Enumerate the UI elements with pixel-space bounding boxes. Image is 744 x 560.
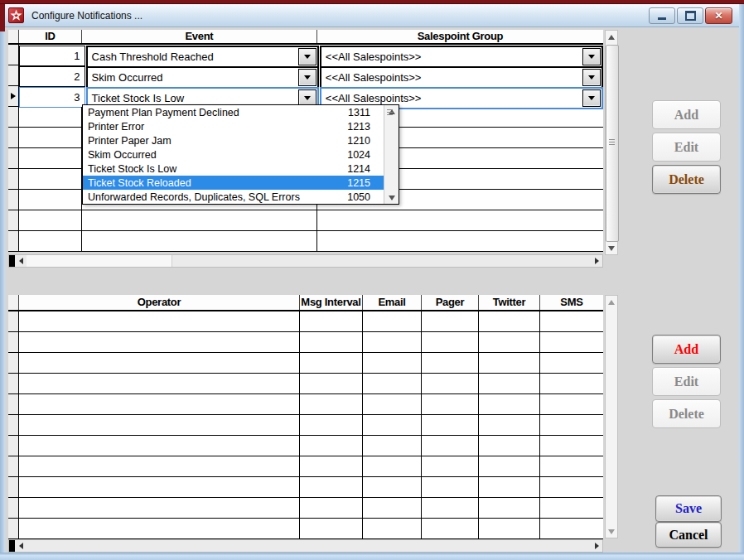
row-selector-cell[interactable] [8, 231, 19, 252]
row-selector-cell[interactable] [8, 86, 19, 107]
event-combobox[interactable]: Skim Occurred [86, 66, 319, 89]
event-dropdown-vscrollbar[interactable] [384, 105, 399, 204]
row-selector-cell[interactable] [8, 436, 19, 456]
operator-delete-button[interactable]: Delete [652, 399, 721, 428]
scroll-grip-icon [387, 109, 393, 117]
chevron-down-icon [304, 55, 311, 59]
operator-empty-row [8, 394, 603, 415]
operators-hscrollbar[interactable] [8, 539, 603, 553]
operator-empty-row [8, 353, 603, 374]
salespoint-combobox-value: <<All Salespoints>> [321, 92, 582, 104]
row-selector-cell[interactable] [8, 65, 19, 86]
scroll-grip-icon [609, 139, 615, 147]
scroll-up-icon[interactable] [606, 31, 617, 43]
row-selector-cell[interactable] [8, 332, 19, 353]
scroll-down-icon[interactable] [606, 525, 617, 538]
event-dropdown-item[interactable]: Ticket Stock Reloaded1215 [83, 176, 385, 190]
row-selector-cell[interactable] [8, 394, 19, 415]
save-button[interactable]: Save [655, 495, 722, 522]
empty-cell [422, 477, 479, 498]
empty-cell [300, 456, 363, 477]
row-selector-cell[interactable] [8, 353, 19, 374]
scroll-down-icon[interactable] [384, 191, 399, 204]
maximize-button[interactable] [677, 7, 703, 24]
row-selector-cell[interactable] [8, 190, 19, 210]
operator-add-button[interactable]: Add [652, 335, 721, 364]
notification-add-button[interactable]: Add [652, 100, 721, 129]
empty-cell [540, 498, 603, 519]
salespoint-combobox-value: <<All Salespoints>> [321, 51, 582, 63]
event-dropdown-item-code: 1311 [311, 107, 385, 118]
event-dropdown-item-label: Printer Paper Jam [83, 135, 311, 147]
scroll-right-icon[interactable] [591, 255, 602, 267]
notifications-vscrollbar[interactable] [605, 30, 618, 255]
salespoint-combobox[interactable]: <<All Salespoints>> [320, 46, 603, 68]
close-button[interactable]: ✕ [705, 7, 732, 24]
cancel-button[interactable]: Cancel [655, 522, 722, 548]
row-selector-cell[interactable] [8, 374, 19, 394]
empty-cell [19, 107, 82, 128]
row-selector-cell[interactable] [8, 311, 19, 332]
row-selector-cell[interactable] [8, 148, 19, 169]
notifications-hscrollbar[interactable] [8, 254, 603, 268]
notification-edit-button[interactable]: Edit [652, 133, 721, 162]
operator-edit-button[interactable]: Edit [652, 367, 721, 396]
row-selector-cell[interactable] [8, 128, 19, 148]
row-selector-cell[interactable] [8, 415, 19, 436]
row-selector-cell[interactable] [8, 107, 19, 128]
event-combobox[interactable]: Cash Threshold Reached [86, 46, 319, 68]
chevron-down-icon [588, 75, 595, 80]
empty-cell [479, 332, 540, 353]
salespoint-dropdown-button[interactable] [582, 89, 601, 107]
operators-rows [8, 311, 603, 539]
notifications-hscroll-thumb[interactable] [27, 255, 172, 267]
empty-cell [19, 210, 82, 231]
scroll-left-icon[interactable] [15, 540, 27, 552]
event-dropdown-item[interactable]: Printer Error1213 [83, 119, 385, 133]
salespoint-combobox[interactable]: <<All Salespoints>> [320, 66, 603, 89]
minimize-button[interactable] [649, 7, 675, 24]
empty-cell [479, 374, 540, 394]
title-bar[interactable]: ★ Configure Notifications ... ✕ [5, 4, 739, 27]
salespoint-dropdown-button[interactable] [582, 48, 601, 65]
scroll-right-icon[interactable] [591, 540, 602, 552]
event-dropdown-item[interactable]: Skim Occurred1024 [83, 147, 385, 162]
operators-vscrollbar[interactable] [605, 295, 618, 538]
event-dropdown-item-label: Ticket Stock Is Low [83, 163, 311, 175]
event-dropdown-item[interactable]: Payment Plan Payment Declined1311 [83, 105, 385, 119]
row-selector-cell[interactable] [8, 45, 19, 65]
operator-empty-row [8, 415, 603, 436]
scroll-up-icon[interactable] [606, 296, 617, 308]
scroll-left-icon[interactable] [15, 255, 27, 267]
event-dropdown-item[interactable]: Printer Paper Jam1210 [83, 133, 385, 147]
row-selector-cell[interactable] [8, 210, 19, 231]
event-dropdown-button[interactable] [298, 69, 316, 86]
operator-empty-row [8, 332, 603, 353]
row-selector-cell[interactable] [8, 456, 19, 477]
operator-empty-row [8, 477, 603, 498]
scroll-down-icon[interactable] [606, 242, 617, 254]
row-selector-cell[interactable] [8, 498, 19, 519]
event-dropdown-item-code: 1210 [311, 135, 385, 147]
hscroll-split-handle[interactable] [9, 540, 15, 552]
row-selector-cell[interactable] [8, 519, 19, 539]
empty-cell [363, 456, 422, 477]
event-dropdown-button[interactable] [298, 48, 316, 65]
empty-cell [422, 415, 479, 436]
operator-empty-row [8, 456, 603, 477]
row-selector-cell[interactable] [8, 169, 19, 190]
minimize-icon [658, 17, 666, 20]
event-dropdown-item-label: Skim Occurred [83, 149, 311, 161]
notifications-vscroll-thumb[interactable] [606, 45, 619, 242]
empty-cell [422, 456, 479, 477]
row-selector-cell[interactable] [8, 477, 19, 498]
event-dropdown-item-code: 1213 [311, 121, 385, 133]
salespoint-dropdown-button[interactable] [582, 69, 601, 86]
event-dropdown-item[interactable]: Ticket Stock Is Low1214 [83, 162, 385, 176]
hscroll-split-handle[interactable] [9, 255, 15, 267]
notification-delete-button[interactable]: Delete [652, 165, 721, 194]
event-dropdown-item-code: 1214 [311, 163, 385, 175]
event-dropdown-item-code: 1050 [311, 191, 385, 203]
event-dropdown-item[interactable]: Unforwarded Records, Duplicates, SQL Err… [83, 190, 385, 204]
event-dropdown-item-label: Printer Error [83, 121, 311, 133]
